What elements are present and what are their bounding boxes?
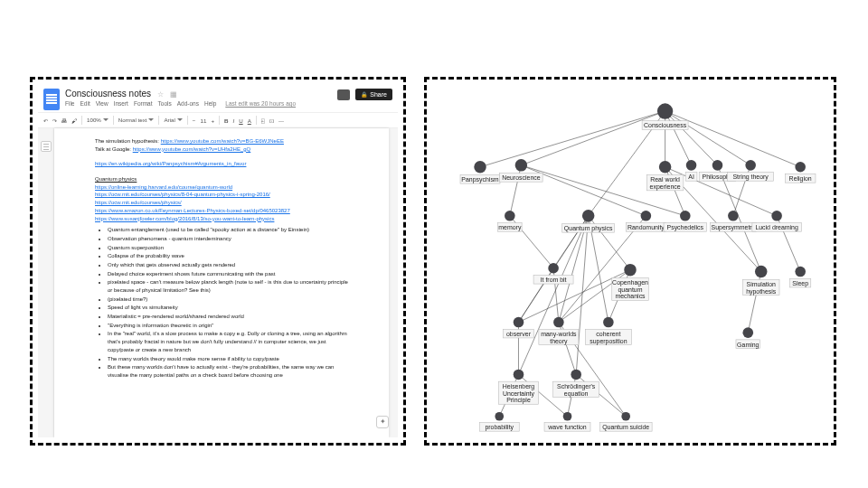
graph-edge xyxy=(480,111,665,167)
font-select[interactable]: Arial xyxy=(164,117,182,123)
share-button[interactable]: 🔒 Share xyxy=(355,89,392,100)
text: The simulation hypothesis: xyxy=(95,138,161,144)
graph-label: String theory xyxy=(732,174,769,181)
graph-label: Sleep xyxy=(792,280,808,287)
graph-label: Principle xyxy=(506,397,531,404)
graph-label: Psychedelics xyxy=(667,224,704,231)
menu-tools[interactable]: Tools xyxy=(158,100,172,107)
doc-title-text: Consciousness notes xyxy=(65,89,151,99)
bullet-list: Quantum entanglement (used to be called … xyxy=(95,226,348,379)
menu-file[interactable]: File xyxy=(65,100,74,107)
paint-icon[interactable]: 🖌 xyxy=(71,117,77,124)
textcolor-icon[interactable]: A xyxy=(248,117,251,124)
graph-node[interactable] xyxy=(745,160,756,171)
graph-node[interactable] xyxy=(563,412,572,421)
folder-icon[interactable]: ▦ xyxy=(170,90,177,99)
print-icon[interactable]: 🖶 xyxy=(61,117,67,124)
fontsize-value[interactable]: 11 xyxy=(200,117,206,124)
graph-node[interactable] xyxy=(582,210,595,222)
underline-icon[interactable]: U xyxy=(239,117,242,124)
graph-node[interactable] xyxy=(755,266,768,278)
menu-addons[interactable]: Add-ons xyxy=(177,100,199,107)
graph-edge xyxy=(665,111,718,165)
graph-node[interactable] xyxy=(771,211,782,221)
star-icon[interactable]: ☆ xyxy=(157,90,164,99)
menu-insert[interactable]: Insert xyxy=(114,100,128,107)
graph-label: Quantum suicide xyxy=(602,424,649,431)
link[interactable]: https://www.youtube.com/watch?v=BG-E6WJN… xyxy=(161,138,284,144)
bullet-item: Speed of light vs simultaneity xyxy=(108,304,348,312)
graph-node[interactable] xyxy=(603,317,614,328)
comments-icon[interactable] xyxy=(337,89,350,100)
graph-node[interactable] xyxy=(474,161,486,174)
fontsize-inc-icon[interactable]: + xyxy=(211,117,214,124)
bullet-item: Observation phenomena - quantum interdem… xyxy=(108,235,348,243)
graph-node[interactable] xyxy=(657,103,673,118)
fontsize-dec-icon[interactable]: − xyxy=(193,117,196,124)
link[interactable]: https://www.amazon.co.uk/Feynman-Lecture… xyxy=(95,208,290,213)
graph-label: Simulation xyxy=(747,281,777,287)
menu-edit[interactable]: Edit xyxy=(80,100,90,107)
docs-logo-icon[interactable] xyxy=(43,89,60,110)
outline-toggle-icon[interactable] xyxy=(41,141,52,152)
graph-edge xyxy=(665,111,801,167)
graph-label: Consciousness xyxy=(644,122,687,128)
link[interactable]: https://ocw.mit.edu/courses/physics/8-04… xyxy=(95,192,270,197)
graph-label: Randomunity xyxy=(627,224,665,231)
graph-node[interactable] xyxy=(548,263,559,274)
doc-title[interactable]: Consciousness notes ☆ ▦ xyxy=(65,89,332,99)
link[interactable]: https://ocw.mit.edu/courses/physics/ xyxy=(95,200,182,205)
graph-node[interactable] xyxy=(680,211,691,221)
graph-label: observer xyxy=(506,331,532,337)
redo-icon[interactable]: ↷ xyxy=(52,117,57,124)
graph-label: experience xyxy=(650,183,681,191)
graph-node[interactable] xyxy=(686,160,697,171)
style-select[interactable]: Normal text xyxy=(118,117,155,123)
bullet-item: pixelated space - can't measure below pl… xyxy=(108,278,348,294)
graph-node[interactable] xyxy=(641,211,652,221)
menu-view[interactable]: View xyxy=(96,100,108,107)
link-icon[interactable]: ⍇ xyxy=(261,117,265,124)
link[interactable]: https://online-learning.harvard.edu/cour… xyxy=(95,184,232,190)
link[interactable]: https://en.wikipedia.org/wiki/Panpsychis… xyxy=(95,161,246,166)
graph-node[interactable] xyxy=(624,264,637,277)
graph-node[interactable] xyxy=(712,160,723,171)
graph-node[interactable] xyxy=(571,370,581,380)
graph-node[interactable] xyxy=(553,317,564,328)
italic-icon[interactable]: I xyxy=(232,117,234,124)
explore-icon[interactable]: ✦ xyxy=(376,416,389,428)
bullet-item: (pixelated time?) xyxy=(108,296,348,304)
bullet-item: Collapse of the probability wave xyxy=(108,252,348,260)
graph-node[interactable] xyxy=(742,327,753,338)
graph-edge xyxy=(521,111,665,165)
mindmap-graph[interactable]: ConsciousnessPanpsychismNeuroscienceReal… xyxy=(434,87,826,436)
comment-icon[interactable]: ⊡ xyxy=(269,117,274,124)
more-icon[interactable]: ⋯ xyxy=(278,117,284,124)
graph-node[interactable] xyxy=(505,211,515,221)
graph-node[interactable] xyxy=(514,370,524,380)
graph-label: memory xyxy=(498,224,522,231)
bold-icon[interactable]: B xyxy=(224,117,228,124)
graph-label: Real world xyxy=(650,176,680,183)
graph-node[interactable] xyxy=(514,317,524,328)
graph-node[interactable] xyxy=(515,159,528,172)
document-page[interactable]: The simulation hypothesis: https://www.y… xyxy=(54,128,389,437)
link[interactable]: https://www.susanjfowler.com/blog/2016/8… xyxy=(95,216,274,221)
link[interactable]: https://www.youtube.com/watch?v=UHfa2HE_… xyxy=(133,146,251,152)
last-edit-info[interactable]: Last edit was 20 hours ago xyxy=(225,100,296,107)
menu-format[interactable]: Format xyxy=(134,100,153,107)
graph-node[interactable] xyxy=(795,267,806,277)
graph-node[interactable] xyxy=(728,211,739,221)
graph-label: coherent xyxy=(596,331,620,337)
graph-node[interactable] xyxy=(495,412,504,421)
undo-icon[interactable]: ↶ xyxy=(43,117,48,124)
graph-node[interactable] xyxy=(659,161,672,174)
docs-panel: Consciousness notes ☆ ▦ File Edit View I… xyxy=(30,77,406,446)
graph-label: Panpsychism xyxy=(461,176,498,183)
graph-label: Lucid dreaming xyxy=(755,224,798,231)
graph-node[interactable] xyxy=(795,162,806,173)
graph-node[interactable] xyxy=(621,412,630,421)
menubar: File Edit View Insert Format Tools Add-o… xyxy=(65,100,332,107)
menu-help[interactable]: Help xyxy=(204,100,216,107)
zoom-select[interactable]: 100% xyxy=(87,117,108,123)
